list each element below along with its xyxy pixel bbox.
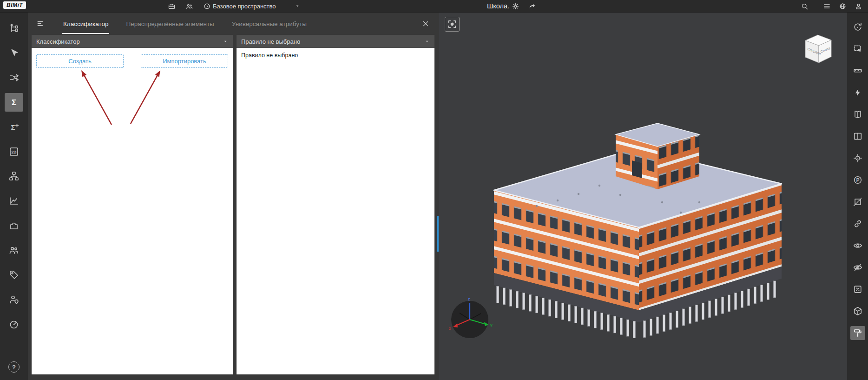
fit-view-button[interactable]	[445, 17, 460, 32]
rule-dropdown[interactable]: Правило не выбрано	[237, 35, 434, 48]
classifier-panel-body: Создать Импортировать	[32, 48, 233, 374]
tab-universal-attributes[interactable]: Универсальные атрибуты	[231, 14, 308, 34]
fit-view-icon	[447, 19, 457, 29]
paint-elements-button[interactable]	[850, 326, 865, 340]
charts-button[interactable]	[5, 192, 23, 210]
chevron-down-icon	[295, 3, 300, 9]
chevron-down-icon	[424, 39, 430, 44]
tab-classifier[interactable]: Классификатор	[62, 14, 109, 34]
hide-elements-button[interactable]	[850, 260, 865, 274]
parameters-button[interactable]: P	[850, 173, 865, 187]
svg-text:z: z	[468, 297, 470, 301]
space-selector-label: Базовое пространство	[213, 3, 276, 10]
rule-panel-body: Правило не выбрано	[237, 48, 434, 374]
rule-panel: Правило не выбрано Правило не выбрано	[237, 35, 434, 374]
svg-text:Σ: Σ	[12, 98, 16, 107]
settings-gear-icon[interactable]	[511, 2, 519, 10]
select-tools-button[interactable]	[5, 44, 23, 62]
rule-dropdown-value: Правило не выбрано	[241, 38, 300, 45]
panel-menu-icon[interactable]	[35, 18, 46, 29]
briefcase-icon[interactable]	[167, 2, 176, 10]
classifier-dialog: Классификатор Нераспределённые элементы …	[28, 13, 439, 380]
tab-unassigned-elements[interactable]: Нераспределённые элементы	[125, 14, 215, 34]
import-button[interactable]: Импортировать	[141, 54, 228, 68]
structure-panel-button[interactable]	[5, 19, 23, 38]
section-cut-button[interactable]	[850, 195, 865, 209]
create-button[interactable]: Создать	[36, 54, 124, 68]
user-profile-icon[interactable]	[854, 2, 862, 10]
plugins-button[interactable]	[5, 216, 23, 235]
quick-actions-button[interactable]	[850, 86, 865, 100]
svg-text:2D: 2D	[12, 150, 17, 154]
locate-button[interactable]	[850, 151, 865, 165]
svg-text:Y: Y	[490, 323, 493, 328]
topbar-left-icon-group	[167, 0, 211, 12]
orbit-view-button[interactable]	[850, 20, 865, 34]
compare-versions-button[interactable]	[850, 107, 865, 121]
viewport-3d[interactable]: СпередиСлеваzYx	[439, 13, 847, 380]
show-elements-button[interactable]	[850, 239, 865, 253]
svg-text:Σ: Σ	[11, 123, 15, 131]
users-button[interactable]	[5, 241, 23, 260]
history-icon[interactable]	[203, 2, 211, 10]
dialog-tabs-row: Классификатор Нераспределённые элементы …	[28, 13, 439, 35]
issues-button[interactable]	[5, 266, 23, 284]
isolate-button[interactable]	[850, 304, 865, 318]
topbar-right-icon-group	[800, 0, 862, 12]
link-elements-button[interactable]	[850, 217, 865, 231]
classifier-dropdown[interactable]: Классификатор	[32, 35, 233, 48]
svg-text:x: x	[449, 326, 451, 331]
annotation-arrows	[32, 48, 233, 374]
relations-button[interactable]	[5, 68, 23, 87]
session-globe-icon[interactable]	[838, 2, 847, 10]
project-title: Школа.	[487, 0, 509, 12]
classifier-button[interactable]: Σ	[5, 93, 23, 112]
user-location-button[interactable]	[5, 290, 23, 309]
help-button[interactable]: ?	[8, 361, 20, 373]
classifier-dropdown-value: Классификатор	[36, 38, 80, 45]
search-icon[interactable]	[800, 2, 809, 10]
topbar-title-icon-group	[511, 0, 536, 12]
space-selector-dropdown[interactable]: Базовое пространство	[213, 0, 300, 12]
select-area-button[interactable]	[850, 42, 865, 56]
drawings-2d-button[interactable]: 2D	[5, 142, 23, 161]
classifier-panel: Классификатор Создать Импортировать	[32, 35, 233, 374]
team-icon[interactable]	[185, 2, 193, 10]
svg-text:P: P	[856, 178, 859, 183]
measure-button[interactable]	[850, 64, 865, 78]
rule-empty-text: Правило не выбрано	[237, 48, 434, 63]
deselect-button[interactable]	[850, 282, 865, 296]
chevron-down-icon	[223, 39, 228, 44]
dashboard-button[interactable]	[5, 315, 23, 333]
top-bar: BIMiT Базовое пространство Школа.	[0, 0, 868, 13]
share-icon[interactable]	[528, 2, 536, 10]
panel-resize-handle[interactable]	[437, 216, 439, 252]
scheme-button[interactable]	[5, 167, 23, 186]
left-toolbar: ΣΣ2D?	[0, 13, 28, 380]
building-model[interactable]: СпередиСлеваzYx	[439, 13, 847, 380]
app-logo: BIMiT	[3, 1, 26, 9]
application-window: BIMiT Базовое пространство Школа. ΣΣ2D? …	[0, 0, 868, 380]
right-toolbar: P	[847, 13, 868, 380]
split-view-button[interactable]	[850, 129, 865, 143]
menu-list-icon[interactable]	[822, 2, 831, 10]
close-icon[interactable]	[421, 19, 431, 29]
classifier-add-button[interactable]: Σ	[5, 118, 23, 136]
dialog-panels: Классификатор Создать Импортировать	[28, 35, 439, 380]
